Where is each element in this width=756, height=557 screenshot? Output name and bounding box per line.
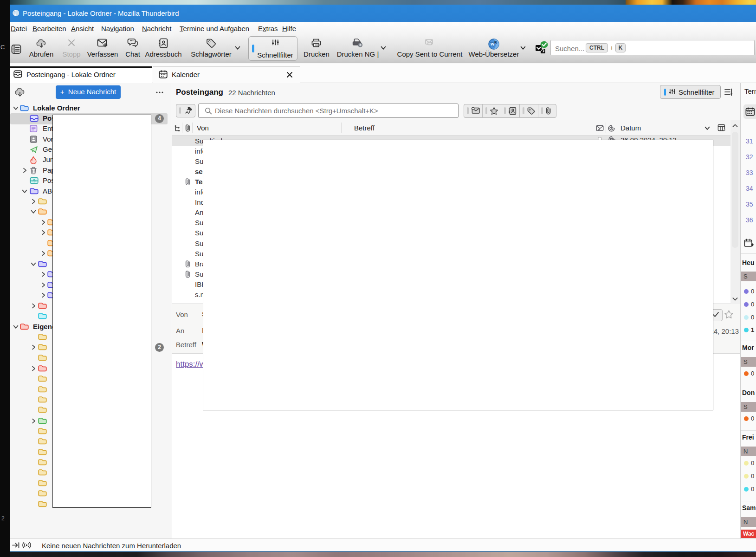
svg-text:R: R	[494, 40, 497, 45]
